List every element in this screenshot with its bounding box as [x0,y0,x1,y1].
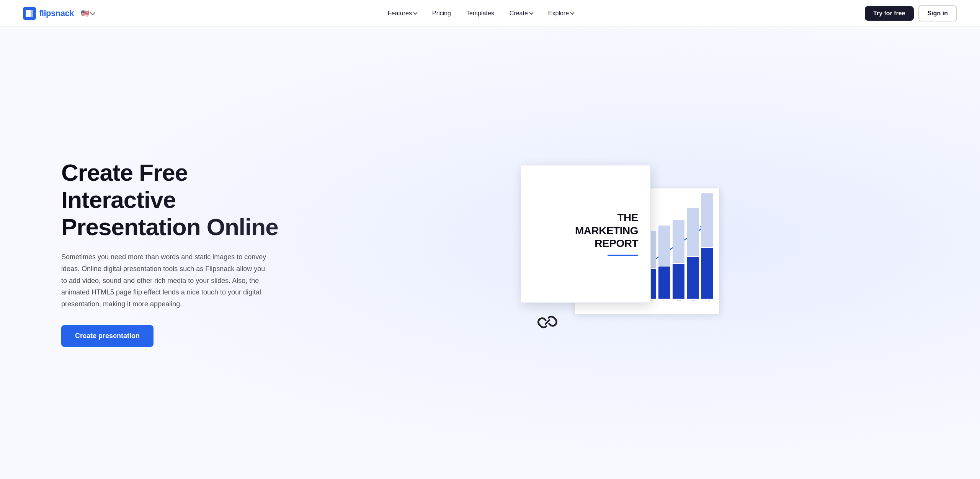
explore-chevron-icon [570,10,574,15]
logo-text: flipsnack [39,8,74,18]
hero-content: Create Free Interactive Presentation Onl… [61,159,306,347]
sign-in-button[interactable]: Sign in [918,5,957,21]
create-chevron-icon [529,10,533,15]
create-presentation-button[interactable]: Create presentation [61,325,154,347]
try-for-free-button[interactable]: Try for free [865,6,914,21]
bar-foreground [701,248,713,299]
nav-links: Features Pricing Templates Create Explor… [382,7,580,20]
bar-group: 2019 [687,208,699,302]
presentation-mockup: Lorem ipsum dolor sit amet, consectetur … [521,165,720,341]
logo-icon [23,7,36,20]
bar-group: 2020 [701,193,713,302]
nav-create[interactable]: Create [503,7,539,20]
bar-foreground [658,266,670,299]
nav-explore[interactable]: Explore [542,7,580,20]
bar-background [701,193,713,247]
logo-link[interactable]: flipsnack [23,7,74,20]
language-selector[interactable]: 🇺🇸 [78,8,97,19]
nav-pricing[interactable]: Pricing [426,7,457,20]
slide-title-text: THE MARKETING REPORT [575,211,638,250]
flag-icon: 🇺🇸 [81,9,89,18]
hero-section: Create Free Interactive Presentation Onl… [0,27,980,479]
bar-label: 2018 [676,299,681,302]
bar-label: 2020 [705,299,710,302]
bar-foreground [673,264,684,299]
slide-title: THE MARKETING REPORT [521,165,651,303]
bar-label: 2019 [690,299,695,302]
hero-subtitle: Sometimes you need more than words and s… [61,251,268,310]
navbar: flipsnack 🇺🇸 Features Pricing Templates … [0,0,980,27]
link-chain-icon [534,309,561,335]
bar-background [658,226,670,266]
nav-actions: Try for free Sign in [865,5,957,21]
features-chevron-icon [413,10,417,15]
bar-group: 2018 [673,220,684,302]
hero-title: Create Free Interactive Presentation Onl… [61,159,306,241]
bar-group: 2017 [658,226,670,302]
bar-label: 2017 [662,299,667,302]
svg-rect-2 [28,10,33,17]
bar-foreground [687,257,699,299]
lang-chevron-icon [90,10,95,15]
nav-features[interactable]: Features [382,7,423,20]
bar-background [673,220,684,263]
bar-background [687,208,699,256]
hero-visual: Lorem ipsum dolor sit amet, consectetur … [306,154,934,353]
nav-templates[interactable]: Templates [460,7,500,20]
link-chain-icon-wrapper [532,307,563,337]
slide-title-underline [608,255,638,256]
